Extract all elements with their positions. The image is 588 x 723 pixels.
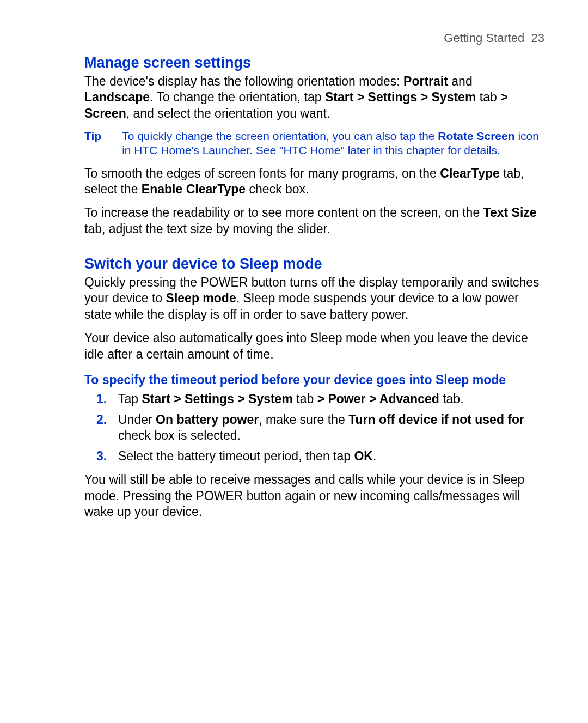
paragraph: To increase the readability or to see mo…: [84, 205, 544, 237]
heading-sleep-mode: Switch your device to Sleep mode: [84, 254, 544, 274]
bold-power-advanced: > Power > Advanced: [317, 392, 439, 406]
tip-body: To quickly change the screen orientation…: [122, 129, 544, 158]
paragraph: To smooth the edges of screen fonts for …: [84, 166, 544, 198]
tip-block: Tip To quickly change the screen orienta…: [84, 129, 544, 158]
paragraph: You will still be able to receive messag…: [84, 472, 544, 520]
paragraph: The device's display has the following o…: [84, 74, 544, 121]
bold-sleep-mode: Sleep mode: [166, 291, 236, 305]
heading-manage-screen-settings: Manage screen settings: [84, 53, 544, 72]
bold-nav-path: Start > Settings > System: [325, 90, 476, 104]
bold-nav-path: Start > Settings > System: [142, 392, 292, 406]
bold-cleartype: ClearType: [440, 166, 500, 180]
bold-ok: OK: [354, 449, 373, 463]
section-name: Getting Started: [444, 31, 524, 45]
step-item: Select the battery timeout period, then …: [115, 448, 544, 464]
bold-landscape: Landscape: [84, 90, 150, 104]
bold-text-size: Text Size: [483, 205, 537, 220]
bold-on-battery-power: On battery power: [156, 412, 259, 427]
step-item: Under On battery power, make sure the Tu…: [115, 412, 544, 444]
step-item: Tap Start > Settings > System tab > Powe…: [115, 391, 544, 407]
paragraph: Quickly pressing the POWER button turns …: [84, 275, 544, 323]
bold-rotate-screen: Rotate Screen: [438, 130, 514, 142]
bold-enable-cleartype: Enable ClearType: [142, 182, 246, 196]
page-number: 23: [531, 31, 544, 45]
paragraph: Your device also automatically goes into…: [84, 330, 544, 362]
bold-turn-off-device: Turn off device if not used for: [348, 412, 524, 427]
subheading-timeout: To specify the timeout period before you…: [84, 372, 544, 388]
steps-list: Tap Start > Settings > System tab > Powe…: [84, 391, 544, 464]
bold-portrait: Portrait: [403, 74, 448, 88]
page-header: Getting Started 23: [84, 31, 544, 46]
tip-label: Tip: [84, 129, 101, 158]
